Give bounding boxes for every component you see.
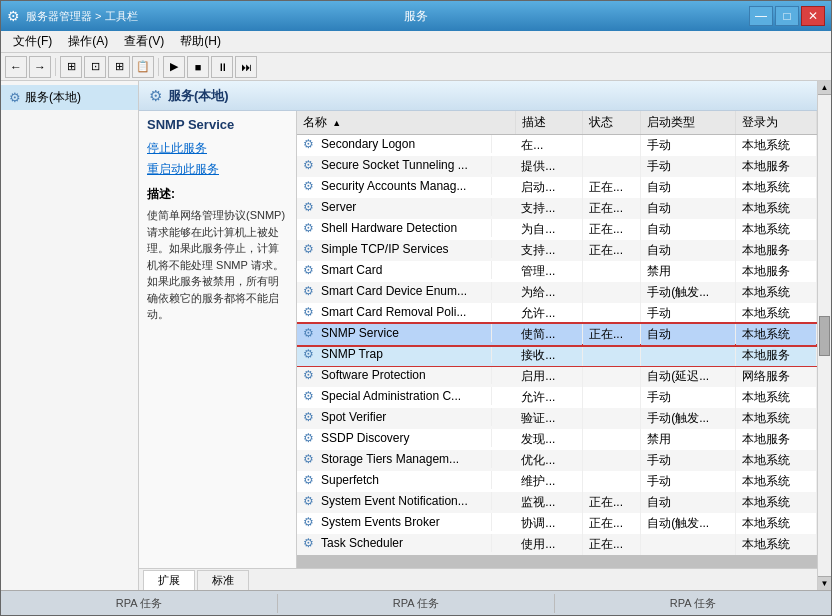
- table-row[interactable]: ⚙Storage Tiers Managem...优化...手动本地系统: [297, 450, 817, 471]
- col-startup[interactable]: 启动类型: [641, 111, 736, 135]
- cell-name: ⚙SNMP Service: [297, 324, 492, 342]
- window-controls: — □ ✕: [749, 6, 825, 26]
- table-row[interactable]: ⚙Smart Card Removal Poli...允许...手动本地系统: [297, 303, 817, 324]
- toolbar-sep2: [158, 58, 159, 76]
- row-icon: ⚙: [303, 221, 314, 235]
- menu-item-view[interactable]: 查看(V): [116, 31, 172, 52]
- cell-status: 正在...: [582, 513, 640, 534]
- row-icon: ⚙: [303, 473, 314, 487]
- tab-extended[interactable]: 扩展: [143, 570, 195, 590]
- toolbar-btn-3[interactable]: ⊞: [108, 56, 130, 78]
- cell-name: ⚙System Event Notification...: [297, 492, 492, 510]
- tab-standard[interactable]: 标准: [197, 570, 249, 590]
- minimize-button[interactable]: —: [749, 6, 773, 26]
- cell-desc: 支持...: [515, 240, 582, 261]
- menu-item-help[interactable]: 帮助(H): [172, 31, 229, 52]
- menu-item-action[interactable]: 操作(A): [60, 31, 116, 52]
- table-row[interactable]: ⚙Task Scheduler使用...正在...本地系统: [297, 534, 817, 555]
- cell-desc: 启用...: [515, 366, 582, 387]
- cell-status: [582, 408, 640, 429]
- status-bar: 扩展 标准: [139, 568, 817, 590]
- table-row[interactable]: ⚙Secondary Logon在...手动本地系统: [297, 135, 817, 157]
- close-button[interactable]: ✕: [801, 6, 825, 26]
- cell-desc: 为自...: [515, 219, 582, 240]
- content-header-icon: ⚙: [149, 87, 162, 105]
- menu-item-file[interactable]: 文件(F): [5, 31, 60, 52]
- cell-desc: 监视...: [515, 492, 582, 513]
- stop-service-link[interactable]: 停止此服务: [147, 140, 288, 157]
- restart-service-link[interactable]: 重启动此服务: [147, 161, 288, 178]
- cell-desc: 允许...: [515, 387, 582, 408]
- forward-button[interactable]: →: [29, 56, 51, 78]
- cell-desc: 允许...: [515, 303, 582, 324]
- vertical-scrollbar[interactable]: ▲ ▼: [817, 81, 831, 590]
- table-row[interactable]: ⚙Shell Hardware Detection为自...正在...自动本地系…: [297, 219, 817, 240]
- play-button[interactable]: ▶: [163, 56, 185, 78]
- stop-button[interactable]: ■: [187, 56, 209, 78]
- menu-bar: 文件(F) 操作(A) 查看(V) 帮助(H): [1, 31, 831, 53]
- cell-name: ⚙Superfetch: [297, 471, 492, 489]
- table-row[interactable]: ⚙Simple TCP/IP Services支持...正在...自动本地服务: [297, 240, 817, 261]
- toolbar-btn-4[interactable]: 📋: [132, 56, 154, 78]
- col-status[interactable]: 状态: [582, 111, 640, 135]
- restart-button[interactable]: ⏭: [235, 56, 257, 78]
- cell-logon: 本地服务: [736, 156, 817, 177]
- row-icon: ⚙: [303, 179, 314, 193]
- table-row[interactable]: ⚙Superfetch维护...手动本地系统: [297, 471, 817, 492]
- table-row[interactable]: ⚙System Event Notification...监视...正在...自…: [297, 492, 817, 513]
- table-row[interactable]: ⚙Security Accounts Manag...启动...正在...自动本…: [297, 177, 817, 198]
- cell-status: [582, 429, 640, 450]
- table-row[interactable]: ⚙SSDP Discovery发现...禁用本地服务: [297, 429, 817, 450]
- breadcrumb: 服务器管理器 > 工具栏: [26, 9, 138, 24]
- cell-logon: 本地系统: [736, 282, 817, 303]
- cell-startup: 自动: [641, 240, 736, 261]
- content-header: ⚙ 服务(本地): [139, 81, 817, 111]
- table-row[interactable]: ⚙SNMP Trap接收...本地服务: [297, 345, 817, 366]
- cell-startup: 手动: [641, 471, 736, 492]
- cell-status: [582, 135, 640, 157]
- sidebar-item-services[interactable]: ⚙ 服务(本地): [1, 85, 138, 110]
- scroll-down-btn[interactable]: ▼: [818, 576, 831, 590]
- back-button[interactable]: ←: [5, 56, 27, 78]
- row-icon: ⚙: [303, 242, 314, 256]
- scroll-up-btn[interactable]: ▲: [818, 81, 831, 95]
- col-logon[interactable]: 登录为: [736, 111, 817, 135]
- row-icon: ⚙: [303, 431, 314, 445]
- table-row[interactable]: ⚙Smart Card管理...禁用本地服务: [297, 261, 817, 282]
- cell-logon: 本地系统: [736, 513, 817, 534]
- table-row[interactable]: ⚙System Events Broker协调...正在...自动(触发...本…: [297, 513, 817, 534]
- toolbar-btn-2[interactable]: ⊡: [84, 56, 106, 78]
- table-row[interactable]: ⚙Spot Verifier验证...手动(触发...本地系统: [297, 408, 817, 429]
- scroll-thumb[interactable]: [819, 316, 830, 356]
- cell-status: 正在...: [582, 177, 640, 198]
- table-row[interactable]: ⚙Server支持...正在...自动本地系统: [297, 198, 817, 219]
- toolbar-btn-1[interactable]: ⊞: [60, 56, 82, 78]
- maximize-button[interactable]: □: [775, 6, 799, 26]
- col-name[interactable]: 名称 ▲: [297, 111, 515, 135]
- cell-startup: 手动: [641, 450, 736, 471]
- table-row[interactable]: ⚙Smart Card Device Enum...为给...手动(触发...本…: [297, 282, 817, 303]
- table-row[interactable]: ⚙Software Protection启用...自动(延迟...网络服务: [297, 366, 817, 387]
- cell-startup: 禁用: [641, 261, 736, 282]
- table-row[interactable]: ⚙Secure Socket Tunneling ...提供...手动本地服务: [297, 156, 817, 177]
- row-icon: ⚙: [303, 137, 314, 151]
- cell-logon: 本地服务: [736, 429, 817, 450]
- pause-button[interactable]: ⏸: [211, 56, 233, 78]
- cell-status: 正在...: [582, 492, 640, 513]
- cell-startup: 自动: [641, 177, 736, 198]
- cell-startup: [641, 345, 736, 366]
- table-area: 名称 ▲ 描述 状态 启动类型 登录为 ⚙Secondary Logon在...…: [297, 111, 817, 568]
- row-icon: ⚙: [303, 368, 314, 382]
- cell-desc: 协调...: [515, 513, 582, 534]
- cell-status: [582, 345, 640, 366]
- bottom-item-3: RPA 任务: [555, 594, 831, 613]
- row-icon: ⚙: [303, 263, 314, 277]
- window-title: 服务: [404, 8, 428, 25]
- table-row[interactable]: ⚙Special Administration C...允许...手动本地系统: [297, 387, 817, 408]
- cell-logon: 本地系统: [736, 219, 817, 240]
- cell-status: [582, 282, 640, 303]
- col-desc[interactable]: 描述: [515, 111, 582, 135]
- title-bar-left: ⚙ 服务器管理器 > 工具栏: [7, 8, 138, 24]
- cell-status: [582, 303, 640, 324]
- table-row[interactable]: ⚙SNMP Service使简...正在...自动本地系统: [297, 324, 817, 345]
